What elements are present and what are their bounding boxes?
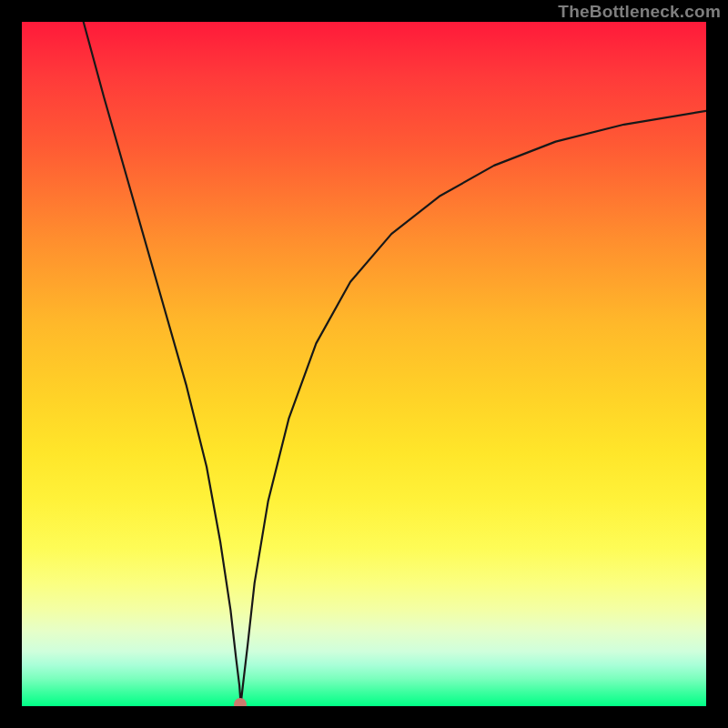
optimum-marker [234,698,247,706]
watermark-label: TheBottleneck.com [558,2,721,22]
chart-frame: TheBottleneck.com [0,0,728,728]
plot-area [22,22,706,706]
bottleneck-curve [22,22,706,706]
